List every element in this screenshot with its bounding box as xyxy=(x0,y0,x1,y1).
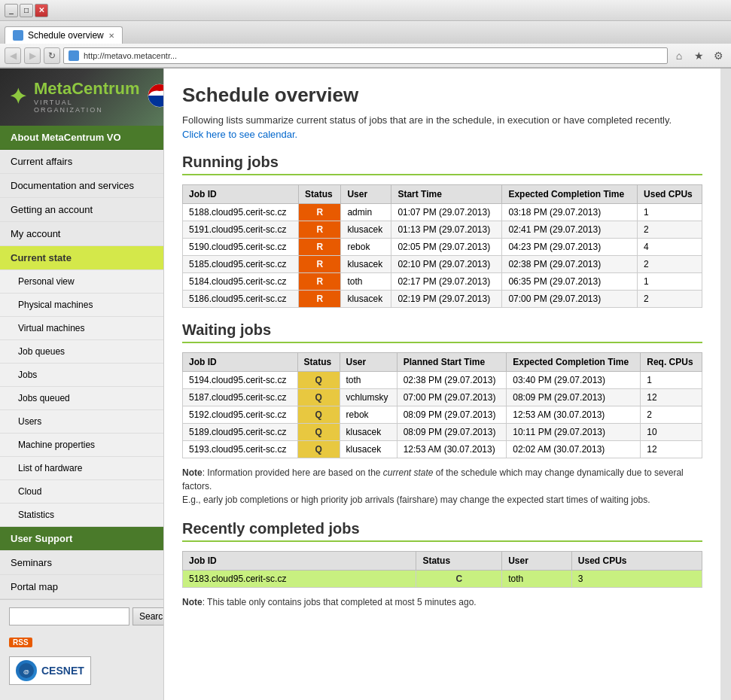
running-jobs-body: 5188.cloud95.cerit-sc.cz R admin 01:07 P… xyxy=(183,204,702,308)
minimize-button[interactable]: _ xyxy=(5,4,18,17)
logo-text: MetaCentrum VIRTUAL ORGANIZATION xyxy=(34,79,140,114)
job-id-cell: 5184.cloud95.cerit-sc.cz xyxy=(183,273,299,291)
job-id-cell: 5187.cloud95.cerit-sc.cz xyxy=(183,389,298,406)
table-row: 5183.cloud95.cerit-sc.cz C toth 3 xyxy=(183,571,702,588)
planned-cell: 08:09 PM (29.07.2013) xyxy=(397,406,507,424)
note1-text1: : Information provided here are based on… xyxy=(203,467,383,478)
running-jobs-header: Job ID Status User Start Time Expected C… xyxy=(183,185,702,204)
sidebar-item-documentation[interactable]: Documentation and services xyxy=(0,174,163,198)
col-cpus-r: Used CPUs xyxy=(638,185,702,204)
status-cell: R xyxy=(298,204,340,221)
sidebar-item-my-account[interactable]: My account xyxy=(0,222,163,246)
user-cell: toth xyxy=(340,372,397,389)
sidebar-item-current-state[interactable]: Current state xyxy=(0,246,163,270)
status-cell: Q xyxy=(297,372,340,389)
start-cell: 02:05 PM (29.07.2013) xyxy=(391,239,502,256)
sidebar-item-portal-map[interactable]: Portal map xyxy=(0,575,163,599)
status-cell: Q xyxy=(297,424,340,441)
sidebar-item-job-queues[interactable]: Job queues xyxy=(0,340,163,364)
expected-cell: 10:11 PM (29.07.2013) xyxy=(507,424,641,441)
expected-cell: 06:35 PM (29.07.2013) xyxy=(502,273,638,291)
search-button[interactable]: Search xyxy=(132,607,164,625)
tab-close-icon[interactable]: ✕ xyxy=(108,32,114,40)
sidebar-item-current-affairs[interactable]: Current affairs xyxy=(0,150,163,174)
logo-icon: ✦ xyxy=(9,84,26,109)
cesnet-box[interactable]: @ CESNET xyxy=(9,656,91,685)
job-id-cell: 5183.cloud95.cerit-sc.cz xyxy=(183,571,416,588)
cpus-cell: 10 xyxy=(641,424,702,441)
job-id-cell: 5193.cloud95.cerit-sc.cz xyxy=(183,441,298,458)
back-button[interactable]: ◀ xyxy=(5,47,21,64)
sidebar-item-machine-properties[interactable]: Machine properties xyxy=(0,434,163,457)
sidebar-item-statistics[interactable]: Statistics xyxy=(0,504,163,527)
col-cpus-c: Used CPUs xyxy=(571,552,702,571)
planned-cell: 07:00 PM (29.07.2013) xyxy=(397,389,507,406)
job-id-cell: 5188.cloud95.cerit-sc.cz xyxy=(183,204,299,221)
logo-main: MetaCentrum xyxy=(34,79,140,99)
url-bar[interactable]: http://metavo.metacentr... xyxy=(63,47,668,64)
home-icon[interactable]: ⌂ xyxy=(671,47,687,64)
sidebar-item-user-support[interactable]: User Support xyxy=(0,527,163,551)
forward-button[interactable]: ▶ xyxy=(24,47,41,64)
maximize-button[interactable]: □ xyxy=(20,4,33,17)
cpus-cell: 2 xyxy=(638,291,702,308)
sidebar-item-personal-view[interactable]: Personal view xyxy=(0,270,163,294)
cesnet-logo: @ CESNET xyxy=(0,650,163,691)
tab-title: Schedule overview xyxy=(28,30,104,41)
start-cell: 02:17 PM (29.07.2013) xyxy=(391,273,502,291)
cpus-cell: 4 xyxy=(638,239,702,256)
status-cell: R xyxy=(298,291,340,308)
rss-icon[interactable]: RSS xyxy=(9,638,32,647)
job-id-cell: 5189.cloud95.cerit-sc.cz xyxy=(183,424,298,441)
sidebar-item-virtual-machines[interactable]: Virtual machines xyxy=(0,317,163,340)
sidebar-item-seminars[interactable]: Seminars xyxy=(0,551,163,575)
table-row: 5194.cloud95.cerit-sc.cz Q toth 02:38 PM… xyxy=(183,372,702,389)
status-cell: C xyxy=(416,571,502,588)
user-cell: toth xyxy=(502,571,572,588)
scrollbar-right[interactable] xyxy=(720,68,731,700)
page-wrapper: ✦ MetaCentrum VIRTUAL ORGANIZATION About xyxy=(0,68,731,700)
search-input[interactable] xyxy=(9,607,129,625)
col-planned-w: Planned Start Time xyxy=(397,353,507,372)
note1-italic: current state xyxy=(383,467,434,478)
cpus-cell: 12 xyxy=(641,389,702,406)
cpus-cell: 2 xyxy=(641,406,702,424)
col-start-r: Start Time xyxy=(391,185,502,204)
sidebar-item-cloud[interactable]: Cloud xyxy=(0,480,163,504)
table-row: 5184.cloud95.cerit-sc.cz R toth 02:17 PM… xyxy=(183,273,702,291)
refresh-button[interactable]: ↻ xyxy=(44,47,60,64)
table-row: 5186.cloud95.cerit-sc.cz R klusacek 02:1… xyxy=(183,291,702,308)
status-cell: R xyxy=(298,221,340,239)
sidebar-item-list-of-hardware[interactable]: List of hardware xyxy=(0,457,163,480)
logo-centrum: Centrum xyxy=(72,79,139,98)
job-id-cell: 5192.cloud95.cerit-sc.cz xyxy=(183,406,298,424)
star-icon[interactable]: ★ xyxy=(690,47,707,64)
address-bar: ◀ ▶ ↻ http://metavo.metacentr... ⌂ ★ ⚙ xyxy=(0,44,731,68)
start-cell: 02:19 PM (29.07.2013) xyxy=(391,291,502,308)
sidebar-item-getting-account[interactable]: Getting an account xyxy=(0,198,163,222)
waiting-jobs-header: Job ID Status User Planned Start Time Ex… xyxy=(183,353,702,372)
user-cell: rebok xyxy=(340,406,397,424)
close-button[interactable]: ✕ xyxy=(35,4,48,17)
recently-completed-title: Recently completed jobs xyxy=(182,520,702,542)
sidebar-item-jobs-queued[interactable]: Jobs queued xyxy=(0,387,163,410)
note1-bold: Note xyxy=(182,467,203,478)
calendar-link[interactable]: Click here to see calendar. xyxy=(182,129,297,140)
expected-cell: 03:18 PM (29.07.2013) xyxy=(502,204,638,221)
table-row: 5192.cloud95.cerit-sc.cz Q rebok 08:09 P… xyxy=(183,406,702,424)
status-cell: R xyxy=(298,273,340,291)
sidebar-item-jobs[interactable]: Jobs xyxy=(0,364,163,387)
sidebar-item-users[interactable]: Users xyxy=(0,410,163,434)
sidebar-item-physical-machines[interactable]: Physical machines xyxy=(0,294,163,317)
note2: Note: This table only contains jobs that… xyxy=(182,595,702,609)
cpus-cell: 3 xyxy=(571,571,702,588)
main-content: Schedule overview Following lists summar… xyxy=(164,68,720,700)
expected-cell: 12:53 AM (30.07.2013) xyxy=(507,406,641,424)
title-bar: _ □ ✕ xyxy=(0,0,731,21)
sidebar-item-about[interactable]: About MetaCentrum VO xyxy=(0,126,163,150)
tools-icon[interactable]: ⚙ xyxy=(710,47,726,64)
col-user-c: User xyxy=(502,552,572,571)
browser-tab[interactable]: Schedule overview ✕ xyxy=(5,26,123,44)
nav-section: About MetaCentrum VO Current affairs Doc… xyxy=(0,126,163,600)
note1: Note: Information provided here are base… xyxy=(182,466,702,507)
